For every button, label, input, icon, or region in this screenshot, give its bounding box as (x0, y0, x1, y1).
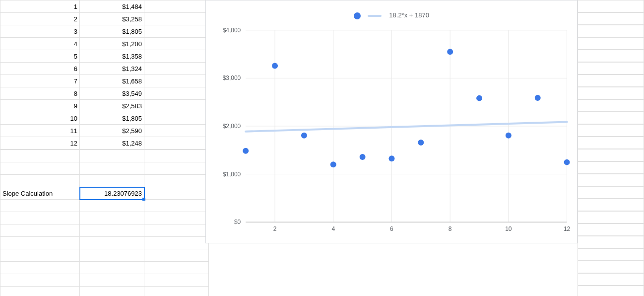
empty-cell[interactable] (144, 100, 209, 112)
index-cell[interactable]: 4 (0, 38, 80, 50)
svg-text:$4,000: $4,000 (223, 27, 241, 34)
empty-cell[interactable] (80, 287, 144, 296)
svg-point-28 (360, 154, 366, 160)
value-cell[interactable]: $1,658 (80, 75, 144, 87)
value-cell[interactable]: $1,805 (80, 25, 144, 38)
svg-line-23 (246, 122, 567, 131)
empty-cell[interactable] (80, 224, 144, 237)
empty-cell[interactable] (144, 0, 209, 13)
slope-label-cell[interactable]: Slope Calculation (0, 187, 80, 200)
empty-cell[interactable] (144, 200, 209, 212)
svg-point-33 (506, 133, 512, 139)
svg-point-32 (476, 95, 482, 101)
svg-point-27 (330, 161, 336, 167)
svg-text:10: 10 (505, 225, 512, 232)
empty-cell[interactable] (0, 249, 80, 262)
empty-cell[interactable] (80, 175, 144, 187)
value-cell[interactable]: $1,358 (80, 50, 144, 63)
empty-cell[interactable] (80, 274, 144, 287)
empty-cell[interactable] (144, 87, 209, 100)
index-cell[interactable]: 7 (0, 75, 80, 87)
empty-cell[interactable] (144, 262, 209, 274)
svg-text:12: 12 (564, 225, 571, 232)
empty-cell[interactable] (144, 237, 209, 249)
svg-text:$0: $0 (234, 219, 241, 225)
empty-cell[interactable] (144, 274, 209, 287)
index-cell[interactable]: 11 (0, 125, 80, 137)
empty-cell[interactable] (80, 162, 144, 175)
chart-legend: 18.2*x + 1870 (206, 11, 577, 19)
index-cell[interactable]: 5 (0, 50, 80, 63)
empty-cell[interactable] (144, 212, 209, 224)
value-cell[interactable]: $1,324 (80, 63, 144, 75)
empty-cell[interactable] (0, 150, 80, 162)
empty-cell[interactable] (80, 200, 144, 212)
svg-text:2: 2 (273, 225, 277, 232)
scatter-chart[interactable]: 18.2*x + 1870 $0$1,000$2,000$3,000$4,000… (205, 0, 578, 243)
value-cell[interactable]: $2,583 (80, 100, 144, 112)
svg-point-30 (418, 140, 424, 146)
empty-cell[interactable] (144, 38, 209, 50)
legend-trendline-icon (368, 15, 382, 17)
empty-cell[interactable] (80, 237, 144, 249)
index-cell[interactable]: 6 (0, 63, 80, 75)
empty-cell[interactable] (144, 162, 209, 175)
empty-cell[interactable] (80, 212, 144, 224)
svg-point-29 (388, 155, 394, 161)
svg-point-34 (535, 95, 541, 101)
empty-cell[interactable] (144, 112, 209, 125)
empty-cell[interactable] (144, 25, 209, 38)
svg-point-25 (272, 63, 278, 69)
empty-cell[interactable] (0, 287, 80, 296)
value-cell[interactable]: $1,200 (80, 38, 144, 50)
index-cell[interactable]: 8 (0, 87, 80, 100)
empty-cell[interactable] (144, 137, 209, 149)
svg-point-26 (301, 133, 307, 139)
value-cell[interactable]: $1,248 (80, 137, 144, 149)
value-cell[interactable]: $2,590 (80, 125, 144, 137)
index-cell[interactable]: 2 (0, 13, 80, 25)
svg-text:$1,000: $1,000 (223, 171, 241, 178)
empty-cell[interactable] (144, 187, 209, 200)
index-cell[interactable]: 3 (0, 25, 80, 38)
empty-cell[interactable] (144, 287, 209, 296)
svg-text:8: 8 (449, 225, 452, 232)
empty-cell[interactable] (0, 162, 80, 175)
data-table[interactable]: 1$1,4842$3,2583$1,8054$1,2005$1,3586$1,3… (0, 0, 209, 296)
empty-cell[interactable] (0, 175, 80, 187)
empty-cell[interactable] (0, 274, 80, 287)
empty-cell[interactable] (144, 75, 209, 87)
svg-text:4: 4 (331, 225, 335, 232)
empty-cell[interactable] (144, 125, 209, 137)
empty-cell[interactable] (144, 224, 209, 237)
empty-cell[interactable] (0, 262, 80, 274)
empty-cell[interactable] (80, 249, 144, 262)
value-cell[interactable]: $3,258 (80, 13, 144, 25)
empty-cell[interactable] (80, 262, 144, 274)
empty-cell[interactable] (144, 150, 209, 162)
empty-cell[interactable] (80, 150, 144, 162)
empty-cell[interactable] (144, 50, 209, 63)
svg-point-35 (564, 159, 570, 165)
value-cell[interactable]: $1,484 (80, 0, 144, 13)
slope-value-cell[interactable]: 18.23076923 (80, 187, 144, 200)
index-cell[interactable]: 1 (0, 0, 80, 13)
empty-cell[interactable] (0, 237, 80, 249)
legend-trendline-label: 18.2*x + 1870 (389, 11, 429, 19)
empty-cell[interactable] (144, 175, 209, 187)
grid-right-column[interactable] (578, 0, 644, 296)
value-cell[interactable]: $3,549 (80, 87, 144, 100)
empty-cell[interactable] (144, 63, 209, 75)
empty-cell[interactable] (0, 224, 80, 237)
index-cell[interactable]: 9 (0, 100, 80, 112)
empty-cell[interactable] (0, 212, 80, 224)
svg-text:6: 6 (390, 225, 393, 232)
svg-text:$2,000: $2,000 (223, 123, 241, 130)
chart-canvas: $0$1,000$2,000$3,000$4,00024681012 (206, 0, 577, 243)
empty-cell[interactable] (0, 200, 80, 212)
empty-cell[interactable] (144, 13, 209, 25)
index-cell[interactable]: 12 (0, 137, 80, 149)
value-cell[interactable]: $1,805 (80, 112, 144, 125)
empty-cell[interactable] (144, 249, 209, 262)
index-cell[interactable]: 10 (0, 112, 80, 125)
